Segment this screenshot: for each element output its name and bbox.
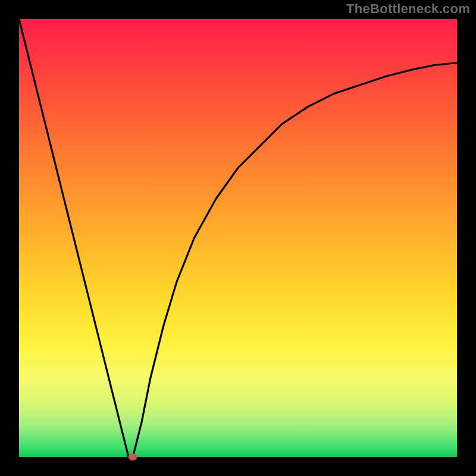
watermark-text: TheBottleneck.com bbox=[346, 1, 470, 17]
bottleneck-curve-path bbox=[19, 19, 457, 457]
optimal-point-marker bbox=[129, 453, 137, 461]
plot-area bbox=[19, 19, 457, 457]
curve-svg bbox=[19, 19, 457, 457]
chart-frame: TheBottleneck.com bbox=[0, 0, 476, 476]
